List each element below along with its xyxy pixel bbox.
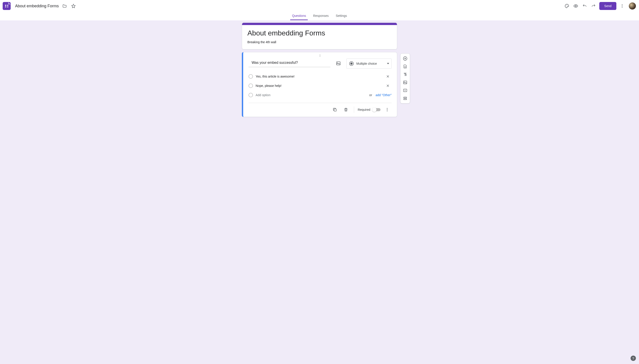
question-title-input[interactable]: Was your embed successful? — [249, 58, 330, 67]
option-radio-icon — [249, 93, 253, 97]
caret-down-icon — [387, 63, 389, 64]
svg-point-18 — [387, 110, 387, 111]
add-other-link[interactable]: add "Other" — [376, 93, 392, 97]
editor-tabs: Questions Responses Settings — [0, 12, 639, 20]
form-title[interactable]: About embedding Forms — [247, 29, 392, 37]
app-header: About embedding Forms Send — [0, 0, 639, 12]
question-type-label: Multiple choice — [356, 62, 384, 65]
send-button[interactable]: Send — [599, 2, 616, 10]
svg-point-9 — [404, 82, 405, 82]
more-menu-icon[interactable] — [618, 2, 626, 10]
svg-rect-15 — [334, 109, 336, 111]
option-radio-icon — [249, 84, 253, 88]
required-label: Required — [358, 108, 370, 112]
option-radio-icon — [249, 74, 253, 79]
add-title-icon[interactable] — [401, 70, 409, 78]
undo-icon[interactable] — [580, 2, 589, 10]
form-header-accent — [242, 23, 397, 25]
add-image-icon[interactable] — [401, 78, 409, 86]
option-row: Yes, this article is awesome! — [249, 72, 392, 81]
add-section-icon[interactable] — [401, 94, 409, 102]
form-header-card[interactable]: About embedding Forms Breaking the 4th w… — [242, 22, 397, 50]
forms-logo-icon[interactable] — [3, 2, 11, 10]
tab-settings[interactable]: Settings — [334, 12, 349, 20]
required-toggle[interactable] — [372, 108, 380, 111]
duplicate-icon[interactable] — [330, 105, 339, 114]
add-question-icon[interactable] — [401, 54, 409, 62]
question-more-icon[interactable] — [383, 105, 392, 114]
add-option-row: Add option or add "Other" — [249, 90, 392, 100]
divider — [249, 103, 392, 103]
add-option-input[interactable]: Add option — [256, 93, 366, 97]
drag-handle-icon[interactable]: ⠿ — [249, 54, 392, 57]
svg-point-16 — [387, 108, 387, 109]
svg-point-2 — [568, 6, 568, 6]
option-text-input[interactable]: Yes, this article is awesome! — [256, 75, 381, 78]
svg-point-6 — [622, 7, 622, 8]
option-row: Nope, please help! — [249, 81, 392, 90]
star-icon[interactable] — [69, 2, 78, 10]
form-description[interactable]: Breaking the 4th wall — [247, 40, 392, 44]
svg-point-3 — [575, 5, 577, 7]
document-title[interactable]: About embedding Forms — [14, 3, 60, 9]
redo-icon[interactable] — [589, 2, 598, 10]
customize-theme-icon[interactable] — [562, 2, 571, 10]
preview-icon[interactable] — [571, 2, 580, 10]
tab-responses[interactable]: Responses — [311, 12, 330, 20]
question-card[interactable]: ⠿ Was your embed successful? Multiple ch… — [242, 52, 397, 117]
svg-point-4 — [622, 4, 622, 5]
floating-toolbar — [400, 54, 410, 104]
question-type-select[interactable]: Multiple choice — [346, 58, 392, 69]
remove-option-icon[interactable] — [384, 82, 392, 90]
folder-icon[interactable] — [60, 2, 69, 10]
svg-point-17 — [387, 109, 387, 110]
add-video-icon[interactable] — [401, 86, 409, 94]
or-text: or — [369, 93, 372, 97]
svg-point-14 — [337, 62, 338, 63]
tab-questions[interactable]: Questions — [290, 12, 308, 20]
svg-point-5 — [622, 6, 622, 6]
svg-point-0 — [566, 6, 566, 6]
question-add-image-icon[interactable] — [334, 59, 343, 68]
svg-rect-12 — [403, 99, 406, 100]
account-avatar[interactable] — [629, 2, 636, 10]
option-text-input[interactable]: Nope, please help! — [256, 84, 381, 88]
import-questions-icon[interactable] — [401, 62, 409, 70]
question-footer: Required — [249, 104, 392, 115]
svg-point-1 — [567, 5, 567, 5]
separator — [354, 106, 354, 113]
svg-rect-11 — [403, 97, 406, 98]
radio-icon — [349, 61, 354, 66]
delete-icon[interactable] — [341, 105, 350, 114]
remove-option-icon[interactable] — [384, 73, 392, 80]
help-icon[interactable]: ? — [630, 356, 636, 361]
form-canvas: About embedding Forms Breaking the 4th w… — [0, 20, 639, 364]
